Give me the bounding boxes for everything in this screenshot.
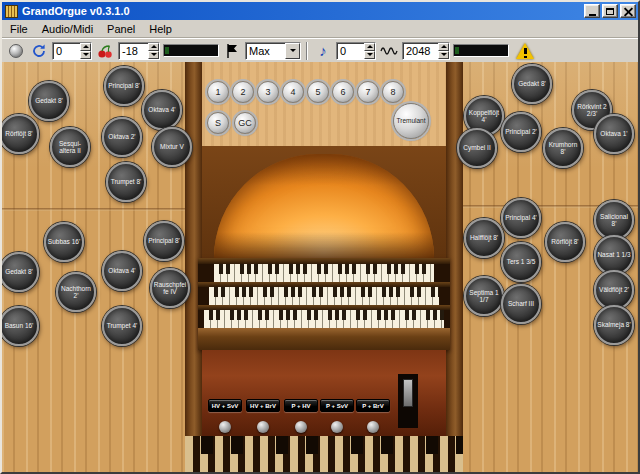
coupler-piston[interactable] — [367, 421, 379, 433]
arch-frame — [202, 146, 446, 258]
drawstop[interactable]: Rörflöjt 8' — [2, 114, 39, 154]
memory-down-button[interactable] — [80, 51, 91, 59]
transpose-up-button[interactable] — [364, 43, 375, 51]
drawstop[interactable]: Basun 16' — [2, 306, 39, 346]
drawstop[interactable]: Nachthorn 2' — [56, 272, 96, 312]
transpose-spinner[interactable]: 0 — [336, 42, 376, 60]
piston-label: GC — [238, 118, 252, 128]
menu-panel[interactable]: Panel — [100, 21, 142, 37]
polyphony-value[interactable]: 2048 — [403, 43, 438, 59]
drawstop-label: Principal 8' — [147, 237, 181, 244]
manual-3-keyboard[interactable] — [214, 264, 434, 282]
coupler-hv-svv[interactable]: HV + SvV — [208, 399, 242, 412]
polyphony-meter — [453, 44, 509, 57]
polyphony-spinner[interactable]: 2048 — [402, 42, 450, 60]
drawstop[interactable]: Väldflöjt 2' — [594, 270, 634, 310]
piston-7[interactable]: 7 — [357, 81, 379, 103]
polyphony-down-button[interactable] — [438, 51, 449, 59]
volume-button[interactable] — [95, 41, 115, 61]
drawstop[interactable]: Scharf III — [501, 284, 541, 324]
panic-button[interactable] — [6, 41, 26, 61]
title-bar[interactable]: GrandOrgue v0.3.1.0 — [2, 2, 638, 20]
coupler-piston[interactable] — [331, 421, 343, 433]
drawstop[interactable]: Ters 1 3/5 — [501, 242, 541, 282]
drawstop[interactable]: Septima 1 1/7 — [464, 276, 504, 316]
tremulant-button[interactable]: Tremulant — [393, 103, 429, 139]
drawstop[interactable]: Gedakt 8' — [29, 81, 69, 121]
piston-8[interactable]: 8 — [382, 81, 404, 103]
arrow-up-icon — [367, 45, 373, 48]
polyphony-up-button[interactable] — [438, 43, 449, 51]
piston-set[interactable]: S — [207, 112, 229, 134]
drawstop[interactable]: Sesqui-altera II — [50, 127, 90, 167]
coupler-p-brv[interactable]: P + BrV — [356, 399, 390, 412]
memory-value[interactable]: 0 — [53, 43, 80, 59]
transpose-value[interactable]: 0 — [337, 43, 364, 59]
release-dropdown-button[interactable] — [285, 43, 300, 59]
swell-pedal[interactable] — [398, 374, 418, 428]
drawstop[interactable]: Rörflöjt 8' — [545, 222, 585, 262]
drawstop[interactable]: Principal 8' — [104, 66, 144, 106]
volume-value[interactable]: -18 — [119, 43, 148, 59]
polyphony-button[interactable] — [379, 41, 399, 61]
transpose-spin-arrows — [364, 43, 375, 59]
swell-shoe[interactable] — [403, 379, 413, 407]
piston-1[interactable]: 1 — [207, 81, 229, 103]
minimize-button[interactable] — [584, 4, 600, 18]
drawstop[interactable]: Subbas 16' — [44, 222, 84, 262]
coupler-piston[interactable] — [257, 421, 269, 433]
drawstop[interactable]: Oktava 2' — [102, 117, 142, 157]
maximize-button[interactable] — [602, 4, 618, 18]
close-button[interactable] — [620, 4, 636, 18]
drawstop[interactable]: Trumpet 4' — [102, 306, 142, 346]
piston-5[interactable]: 5 — [307, 81, 329, 103]
drawstop[interactable]: Skalmeja 8' — [594, 305, 634, 345]
volume-down-button[interactable] — [148, 51, 159, 59]
drawstop[interactable]: Principal 8' — [144, 221, 184, 261]
volume-up-button[interactable] — [148, 43, 159, 51]
release-length-value[interactable]: Max — [246, 43, 285, 59]
drawstop[interactable]: Oktava 1' — [594, 114, 634, 154]
drawstop[interactable]: Rauschpfeife IV — [150, 268, 190, 308]
drawstop[interactable]: Principal 2' — [501, 112, 541, 152]
drawstop[interactable]: Gedakt 8' — [512, 64, 552, 104]
memory-up-button[interactable] — [80, 43, 91, 51]
piston-4[interactable]: 4 — [282, 81, 304, 103]
release-length-select[interactable]: Max — [245, 42, 301, 60]
drawstop[interactable]: Nasat 1 1/3 — [594, 235, 634, 275]
drawstop[interactable]: Trumpet 8' — [106, 162, 146, 202]
manual-1-keyboard[interactable] — [204, 310, 444, 328]
memory-spinner[interactable]: 0 — [52, 42, 92, 60]
coupler-p-hv[interactable]: P + HV — [284, 399, 318, 412]
drawstop-label: Septima 1 1/7 — [467, 289, 501, 304]
drawstop[interactable]: Oktava 4' — [102, 251, 142, 291]
reload-button[interactable] — [29, 41, 49, 61]
drawstop[interactable]: Gedakt 8' — [2, 252, 39, 292]
piston-2[interactable]: 2 — [232, 81, 254, 103]
drawstop[interactable]: Cymbel II — [457, 128, 497, 168]
piston-6[interactable]: 6 — [332, 81, 354, 103]
piston-general-cancel[interactable]: GC — [234, 112, 256, 134]
menu-audio-midi[interactable]: Audio/Midi — [35, 21, 100, 37]
release-flag-button[interactable] — [222, 41, 242, 61]
coupler-piston[interactable] — [219, 421, 231, 433]
console-post-right — [446, 62, 463, 436]
drawstop[interactable]: Principal 4' — [501, 198, 541, 238]
coupler-p-svv[interactable]: P + SvV — [320, 399, 354, 412]
coupler-piston[interactable] — [295, 421, 307, 433]
drawstop[interactable]: Halfflöjt 8' — [464, 218, 504, 258]
pedalboard[interactable] — [185, 436, 463, 474]
menu-file[interactable]: File — [3, 21, 35, 37]
drawstop[interactable]: Oktava 4' — [142, 90, 182, 130]
transpose-button[interactable]: ♪ — [313, 41, 333, 61]
transpose-down-button[interactable] — [364, 51, 375, 59]
drawstop[interactable]: Salicional 8' — [594, 200, 634, 240]
coupler-hv-brv[interactable]: HV + BrV — [246, 399, 280, 412]
drawstop[interactable]: Krumhorn 8' — [543, 128, 583, 168]
drawstop[interactable]: Mixtur V — [152, 127, 192, 167]
manual-2-keyboard[interactable] — [209, 287, 439, 305]
piston-3[interactable]: 3 — [257, 81, 279, 103]
volume-spinner[interactable]: -18 — [118, 42, 160, 60]
menu-help[interactable]: Help — [142, 21, 179, 37]
coupler-label: P + SvV — [326, 403, 348, 409]
